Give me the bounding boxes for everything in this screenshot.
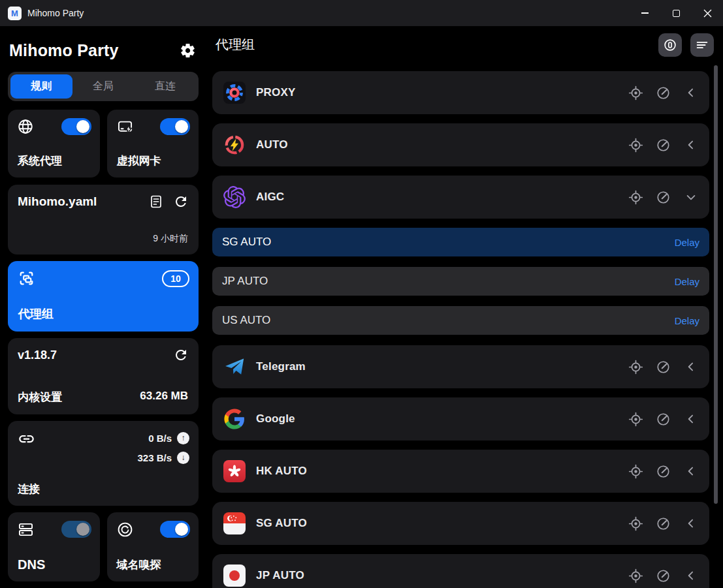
expand-toggle-button[interactable] [683,360,698,375]
locate-proxy-button[interactable] [628,568,643,583]
group-display-mode-button[interactable] [690,33,714,57]
zero-traffic-button[interactable] [658,33,682,57]
maximize-button[interactable] [660,0,692,26]
minimize-icon [641,12,649,13]
core-card[interactable]: v1.18.7 内核设置 63.26 MB [8,338,199,414]
expand-toggle-button[interactable] [683,516,698,531]
locate-proxy-button[interactable] [628,516,643,531]
titlebar: M Mihomo Party [0,0,723,26]
refresh-icon [173,347,189,363]
globe-icon [17,118,34,135]
page-title: 代理组 [216,36,255,54]
chevron-left-icon [684,86,698,99]
profile-edit-button[interactable] [148,194,164,209]
locate-proxy-button[interactable] [628,138,643,153]
proxy-option-row[interactable]: US AUTODelay [212,306,709,335]
delay-test-button[interactable] [656,360,671,375]
sniff-label: 域名嗅探 [117,557,161,572]
minimize-button[interactable] [629,0,660,26]
crosshair-icon [628,412,643,427]
proxy-option-row[interactable]: SG AUTODelay [212,228,709,256]
sidebar: Mihomo Party 规则 全局 直连 系统代理 虚拟网卡 Mihomo.y… [0,26,206,588]
delay-button[interactable]: Delay [675,276,699,287]
chevron-left-icon [684,569,698,582]
proxy-group-name: Google [256,412,295,426]
locate-proxy-button[interactable] [628,190,643,205]
proxy-groups-count-badge: 10 [162,270,189,287]
proxy-group-row[interactable]: Google [212,397,709,441]
proxy-groups-card[interactable]: 10 代理组 [8,261,199,332]
upload-arrow-icon: ↑ [177,432,189,444]
tun-card[interactable]: 虚拟网卡 [107,110,199,178]
expand-toggle-button[interactable] [683,190,698,205]
chevron-left-icon [684,465,698,478]
sniff-card[interactable]: 域名嗅探 [107,512,199,581]
speedometer-icon [656,516,671,531]
sniff-toggle[interactable] [160,521,190,538]
locate-proxy-button[interactable] [628,360,643,375]
proxy-groups-icon [18,270,35,287]
tun-toggle[interactable] [160,118,190,135]
delay-test-button[interactable] [656,568,671,583]
delay-button[interactable]: Delay [675,237,699,248]
proxy-group-row[interactable]: HK AUTO [212,450,709,493]
delay-test-button[interactable] [656,516,671,531]
telegram-icon [223,356,246,378]
document-icon [148,194,164,209]
dns-card[interactable]: DNS [8,512,100,581]
proxy-option-row[interactable]: JP AUTODelay [212,267,709,296]
flag-sg-icon [223,512,246,534]
expand-toggle-button[interactable] [683,412,698,427]
delay-button[interactable]: Delay [675,315,699,326]
system-proxy-card[interactable]: 系统代理 [8,110,100,178]
profile-refresh-button[interactable] [173,194,189,209]
core-memory: 63.26 MB [140,390,188,405]
delay-test-button[interactable] [656,85,671,101]
upload-speed: 0 B/s [148,433,172,444]
settings-button[interactable] [180,42,196,59]
chevron-down-icon [684,191,698,204]
gear-icon [180,42,196,59]
system-proxy-label: 系统代理 [18,153,62,168]
expand-toggle-button[interactable] [683,464,698,479]
proxy-group-row[interactable]: JP AUTO [212,554,709,588]
tab-direct[interactable]: 直连 [134,74,196,99]
core-settings-label: 内核设置 [18,390,62,405]
scrollbar[interactable] [714,65,718,504]
chevron-left-icon [684,360,698,373]
proxy-group-name: AIGC [256,191,284,204]
core-restart-button[interactable] [173,347,189,363]
proxy-group-row[interactable]: AUTO [212,123,709,166]
proxy-group-row[interactable]: PROXY [212,71,709,114]
proxy-group-row[interactable]: SG AUTO [212,502,709,545]
tab-global[interactable]: 全局 [72,74,135,99]
speedometer-icon [656,412,671,427]
locate-proxy-button[interactable] [628,464,643,479]
delay-test-button[interactable] [656,138,671,153]
system-proxy-toggle[interactable] [61,118,91,135]
dns-label: DNS [18,557,45,572]
list-icon [695,38,709,52]
speedometer-icon [656,190,671,205]
expand-toggle-button[interactable] [683,138,698,153]
crosshair-icon [628,360,643,375]
proxy-group-name: HK AUTO [256,465,307,478]
dns-toggle[interactable] [61,521,91,538]
locate-proxy-button[interactable] [628,85,643,101]
crosshair-icon [628,516,643,531]
connections-card[interactable]: 0 B/s↑ 323 B/s↓ 连接 [8,421,199,506]
expand-toggle-button[interactable] [683,85,698,101]
speedometer-icon [656,360,671,375]
delay-test-button[interactable] [656,464,671,479]
proxy-group-row[interactable]: Telegram [212,345,709,388]
delay-test-button[interactable] [656,412,671,427]
speedometer-icon [656,85,671,101]
crosshair-icon [628,138,643,153]
delay-test-button[interactable] [656,190,671,205]
expand-toggle-button[interactable] [683,568,698,583]
close-button[interactable] [692,0,723,26]
tab-rule[interactable]: 规则 [10,74,72,99]
proxy-group-row[interactable]: AIGC [212,176,709,219]
locate-proxy-button[interactable] [628,412,643,427]
profile-card[interactable]: Mihomo.yaml 9 小时前 [8,185,199,255]
